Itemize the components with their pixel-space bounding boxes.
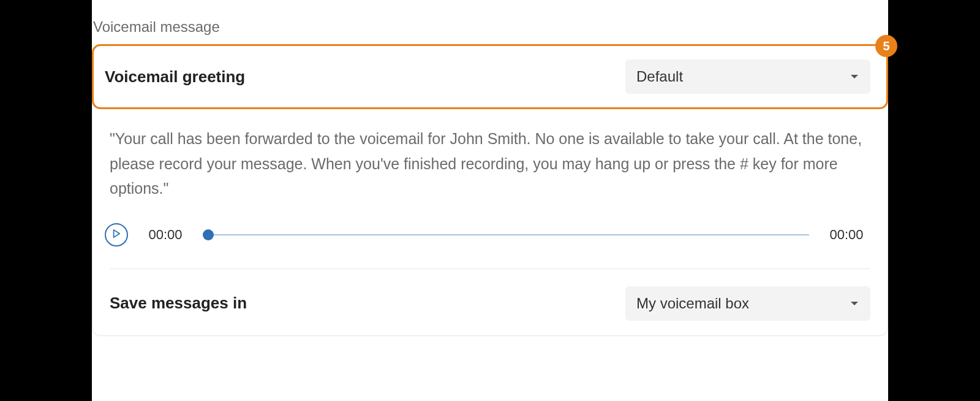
caret-down-icon [850, 295, 859, 312]
play-button[interactable] [105, 223, 128, 246]
player-total-time: 00:00 [826, 227, 867, 243]
page-container: Voicemail message Voicemail greeting Def… [92, 0, 888, 401]
player-track[interactable] [203, 230, 809, 240]
voicemail-card: Voicemail greeting Default 5 "Your call … [92, 44, 888, 336]
voicemail-greeting-label: Voicemail greeting [105, 67, 245, 86]
voicemail-greeting-select-value: Default [636, 68, 683, 85]
player-track-thumb[interactable] [203, 229, 214, 240]
step-badge: 5 [875, 35, 897, 57]
save-messages-row: Save messages in My voicemail box [92, 269, 888, 321]
player-track-line [203, 234, 809, 235]
greeting-text: "Your call has been forwarded to the voi… [110, 126, 870, 201]
caret-down-icon [850, 68, 859, 85]
player-current-time: 00:00 [145, 227, 186, 243]
voicemail-greeting-select[interactable]: Default [625, 59, 870, 94]
content: Voicemail message Voicemail greeting Def… [92, 18, 888, 336]
save-messages-select[interactable]: My voicemail box [625, 286, 870, 321]
play-icon [112, 229, 121, 240]
section-title: Voicemail message [92, 18, 888, 44]
save-messages-label: Save messages in [110, 294, 247, 313]
greeting-body: "Your call has been forwarded to the voi… [92, 109, 888, 201]
audio-player: 00:00 00:00 [92, 201, 888, 269]
voicemail-greeting-row: Voicemail greeting Default 5 [92, 44, 888, 109]
save-messages-select-value: My voicemail box [636, 295, 749, 312]
